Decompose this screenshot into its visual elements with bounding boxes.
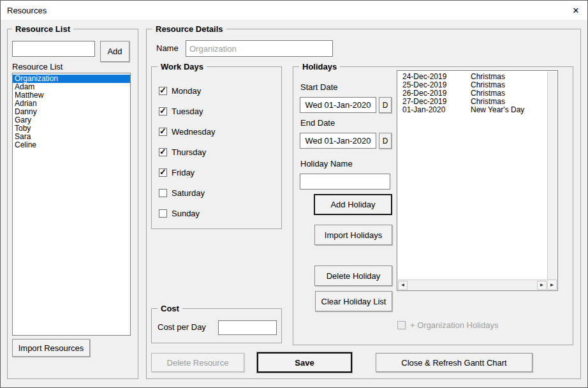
end-date-picker-button[interactable]: D <box>379 133 392 149</box>
resource-list-label: Resource List <box>12 62 62 71</box>
resource-name-input[interactable] <box>186 40 333 57</box>
holiday-date: 01-Jan-2020 <box>402 106 445 114</box>
org-holidays-checkbox[interactable]: + Organization Holidays <box>397 320 498 330</box>
workday-label: Tuesday <box>172 107 203 116</box>
workday-monday[interactable]: Monday <box>159 86 201 96</box>
add-holiday-button[interactable]: Add Holiday <box>314 195 392 214</box>
horizontal-scrollbar[interactable]: ◄ ► <box>398 280 547 290</box>
holiday-name: New Year's Day <box>471 106 524 114</box>
clear-holiday-list-button[interactable]: Clear Holiday List <box>315 291 392 311</box>
close-refresh-button[interactable]: Close & Refresh Gantt Chart <box>376 353 533 372</box>
holiday-row[interactable]: 01-Jan-2020 New Year's Day <box>397 106 557 114</box>
cost-frame-caption: Cost <box>158 304 182 313</box>
resources-dialog: Resources ✕ Resource List Add Resource L… <box>0 0 588 388</box>
resource-listbox-inner: Organization Adam Matthew Adrian Danny G… <box>13 73 130 149</box>
workday-label: Sunday <box>172 209 200 218</box>
scroll-left-icon[interactable]: ◄ <box>398 281 408 290</box>
start-date-label: Start Date <box>300 82 338 92</box>
scroll-corner-icon[interactable]: ► <box>547 280 557 290</box>
holiday-name-label: Holiday Name <box>300 159 353 168</box>
workday-saturday[interactable]: Saturday <box>159 188 205 198</box>
checkbox-icon <box>159 189 167 197</box>
delete-resource-button[interactable]: Delete Resource <box>151 353 244 372</box>
start-date-picker-button[interactable]: D <box>379 97 392 113</box>
holiday-listbox[interactable]: 24-Dec-2019 Christmas 25-Dec-2019 Christ… <box>397 70 558 291</box>
resource-details-frame-caption: Resource Details <box>152 24 226 34</box>
end-date-label: End Date <box>300 118 335 128</box>
cost-per-day-label: Cost per Day <box>158 322 206 332</box>
workday-label: Thursday <box>172 147 206 157</box>
checkbox-icon <box>159 168 167 177</box>
end-date-input[interactable] <box>300 133 376 149</box>
scroll-right-icon[interactable]: ► <box>537 281 547 290</box>
close-icon[interactable]: ✕ <box>564 1 587 20</box>
workday-label: Monday <box>172 86 201 96</box>
workday-label: Wednesday <box>172 127 215 137</box>
workday-thursday[interactable]: Thursday <box>159 147 206 157</box>
checkbox-icon <box>159 87 167 95</box>
workday-sunday[interactable]: Sunday <box>159 208 200 218</box>
workday-friday[interactable]: Friday <box>159 167 195 177</box>
window-title: Resources <box>7 6 47 15</box>
resource-list-frame-caption: Resource List <box>12 24 73 34</box>
add-resource-button[interactable]: Add <box>100 41 129 62</box>
checkbox-icon <box>397 321 406 329</box>
workday-tuesday[interactable]: Tuesday <box>159 106 203 116</box>
import-holidays-button[interactable]: Import Holidays <box>314 225 392 245</box>
checkbox-icon <box>159 209 167 218</box>
start-date-input[interactable] <box>300 97 376 113</box>
holidays-frame-caption: Holidays <box>299 62 340 71</box>
checkbox-icon <box>159 148 167 156</box>
delete-holiday-button[interactable]: Delete Holiday <box>314 265 392 286</box>
resource-listbox[interactable]: Organization Adam Matthew Adrian Danny G… <box>12 73 131 336</box>
import-resources-button[interactable]: Import Resources <box>12 339 90 357</box>
name-label: Name <box>156 43 179 53</box>
checkbox-icon <box>159 107 167 116</box>
vertical-scrollbar[interactable] <box>547 71 557 280</box>
workday-label: Saturday <box>172 188 205 198</box>
workday-wednesday[interactable]: Wednesday <box>159 126 215 137</box>
holiday-listbox-inner: 24-Dec-2019 Christmas 25-Dec-2019 Christ… <box>397 71 557 114</box>
title-bar: Resources <box>1 1 587 20</box>
workday-label: Friday <box>172 168 195 177</box>
work-days-frame-caption: Work Days <box>158 62 207 71</box>
org-holidays-label: + Organization Holidays <box>410 320 498 330</box>
holiday-name-input[interactable] <box>300 174 390 190</box>
save-button[interactable]: Save <box>257 352 352 373</box>
cost-per-day-input[interactable] <box>218 320 277 335</box>
checkbox-icon <box>159 128 167 136</box>
new-resource-input[interactable] <box>12 41 95 57</box>
resource-list-item[interactable]: Celine <box>13 141 130 149</box>
